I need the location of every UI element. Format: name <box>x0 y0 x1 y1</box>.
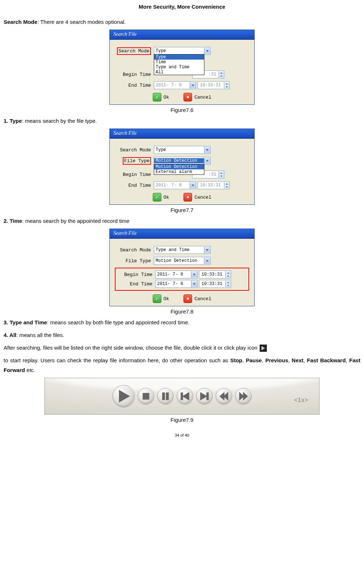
label-end-time: End Time <box>115 183 154 188</box>
row-begin-time: Begin Time 2011- 7- 8 10:33:31 <box>116 271 248 278</box>
time-spinner[interactable] <box>225 271 231 278</box>
time-spinner[interactable] <box>224 182 229 189</box>
ok-button[interactable]: Ok <box>153 193 169 202</box>
end-date-value: 2011- 7- 8 <box>154 83 190 88</box>
cancel-button[interactable]: Cancel <box>183 193 211 202</box>
cancel-label: Cancel <box>194 95 211 100</box>
check-icon <box>153 93 161 101</box>
cancel-button[interactable]: Cancel <box>183 93 211 101</box>
dropdown-option[interactable]: Time <box>154 60 204 65</box>
begin-date-value: 2011- 7- 8 <box>156 272 191 277</box>
label-end-time: End Time <box>115 83 154 88</box>
label-begin-time: Begin Time <box>116 272 155 277</box>
search-file-dialog: Search File Search Mode Type and Time Fi… <box>109 229 255 306</box>
intro-para: Search Mode: There are 4 search modes op… <box>4 17 360 27</box>
end-time-field[interactable]: 10:33:31 <box>198 181 230 189</box>
search-mode-dropdown[interactable]: Type Time Type and Time All <box>154 54 204 75</box>
file-type-dropdown[interactable]: Motion Detection External alarm <box>154 164 204 175</box>
dropdown-option[interactable]: Type <box>154 55 204 60</box>
chevron-down-icon[interactable] <box>204 258 210 264</box>
dropdown-option[interactable]: External alarm <box>154 169 204 174</box>
figure-caption: Figure7.8 <box>4 308 360 315</box>
end-time-field[interactable]: 10:33:31 <box>199 280 231 288</box>
cancel-label: Cancel <box>194 296 211 302</box>
highlighted-time-rows: Begin Time 2011- 7- 8 10:33:31 End Time <box>115 268 249 291</box>
time-spinner[interactable] <box>225 281 231 287</box>
svg-marker-0 <box>120 391 129 402</box>
type-and-time-para: 3. Type and Time: means search by both f… <box>4 317 360 327</box>
fast-backward-button[interactable] <box>216 388 232 405</box>
type-para: 1. Type: means search by the file type. <box>4 116 360 126</box>
end-time-field[interactable]: 10:33:31 <box>198 81 230 89</box>
end-date-combo[interactable]: 2011- 7- 8 <box>155 280 198 288</box>
close-icon <box>183 93 192 101</box>
figure-7-6: Search File Search Mode Type Type Time T… <box>4 30 360 105</box>
ok-label: Ok <box>164 95 169 100</box>
next-button[interactable] <box>196 388 213 405</box>
label-begin-time: Begin Time <box>115 72 154 77</box>
type-and-time-text: : means search by both file type and app… <box>47 319 189 325</box>
time-spinner[interactable] <box>224 82 229 88</box>
search-mode-combo[interactable]: Type <box>154 47 211 55</box>
intro-label: Search Mode <box>4 19 37 25</box>
file-type-combo[interactable]: Motion Detection <box>154 257 211 265</box>
chevron-down-icon[interactable] <box>191 281 197 287</box>
end-time-value: 10:33:31 <box>198 83 224 88</box>
type-and-time-label: 3. Type and Time <box>4 319 47 325</box>
fast-forward-button[interactable] <box>235 388 252 405</box>
row-end-time: End Time 2011- 7- 8 10:33:31 <box>116 280 248 288</box>
chevron-down-icon[interactable] <box>190 182 196 189</box>
time-spinner[interactable] <box>218 71 224 78</box>
row-end-time: End Time 2011- 7- 8 10:33:31 <box>115 81 249 89</box>
begin-time-field[interactable]: 10:33:31 <box>199 271 231 278</box>
search-mode-combo[interactable]: Type <box>154 146 211 154</box>
file-type-combo[interactable]: Motion Detection <box>154 157 211 165</box>
ok-button[interactable]: Ok <box>153 294 169 303</box>
row-search-mode: Search Mode Type Type Time Type and Time… <box>115 47 249 55</box>
row-search-mode: Search Mode Type and Time <box>115 246 249 254</box>
chevron-down-icon[interactable] <box>204 147 210 153</box>
chevron-down-icon[interactable] <box>190 82 196 88</box>
row-search-mode: Search Mode Type <box>115 146 249 154</box>
cancel-button[interactable]: Cancel <box>183 294 211 303</box>
end-date-combo[interactable]: 2011- 7- 8 <box>154 181 196 189</box>
close-icon <box>183 294 192 303</box>
figure-caption: Figure7.9 <box>4 417 360 423</box>
label-file-type: File Type <box>115 157 154 165</box>
search-mode-value: Type <box>154 147 204 152</box>
chevron-down-icon[interactable] <box>204 157 210 164</box>
chevron-down-icon[interactable] <box>204 247 210 253</box>
svg-marker-9 <box>224 393 228 399</box>
playback-controls: <1x> <box>44 378 320 415</box>
label-begin-time: Begin Time <box>115 172 154 177</box>
ok-label: Ok <box>164 195 169 200</box>
chevron-down-icon[interactable] <box>191 271 197 278</box>
label-file-type: File Type <box>115 258 154 264</box>
pause-button[interactable] <box>157 388 174 405</box>
type-text: : means search by the file type. <box>22 118 97 124</box>
svg-marker-11 <box>243 393 247 399</box>
dropdown-option[interactable]: Motion Detection <box>154 164 204 169</box>
row-end-time: End Time 2011- 7- 8 10:33:31 <box>115 181 249 189</box>
svg-rect-7 <box>207 393 208 399</box>
cancel-label: Cancel <box>194 195 211 200</box>
dropdown-option[interactable]: All <box>154 70 204 75</box>
document-body: Search Mode: There are 4 search modes op… <box>0 17 364 423</box>
end-date-combo[interactable]: 2011- 7- 8 <box>154 81 196 89</box>
svg-rect-1 <box>143 393 149 399</box>
intro-text: : There are 4 search modes optional. <box>37 19 126 25</box>
time-spinner[interactable] <box>218 171 224 178</box>
chevron-down-icon[interactable] <box>204 48 210 54</box>
begin-date-combo[interactable]: 2011- 7- 8 <box>155 271 198 278</box>
end-date-value: 2011- 7- 8 <box>154 183 190 188</box>
stop-button[interactable] <box>138 388 154 405</box>
after-para-2: to start replay. Users can check the rep… <box>4 355 360 375</box>
dropdown-option[interactable]: Type and Time <box>154 65 204 70</box>
page-header: More Security, More Convenience <box>0 4 364 10</box>
play-button[interactable] <box>112 385 135 407</box>
time-label-bold: 2. Time <box>4 218 22 224</box>
svg-marker-5 <box>183 393 189 399</box>
search-mode-combo[interactable]: Type and Time <box>154 246 211 254</box>
ok-button[interactable]: Ok <box>153 93 169 101</box>
previous-button[interactable] <box>177 388 193 405</box>
